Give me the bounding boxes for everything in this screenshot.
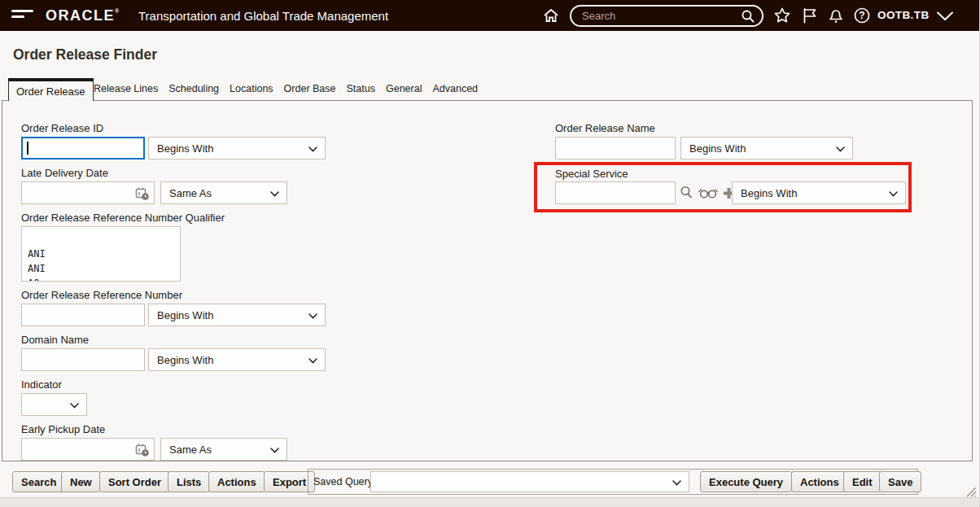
home-icon[interactable] bbox=[542, 7, 560, 24]
order-release-name-input[interactable] bbox=[555, 137, 676, 160]
late-delivery-date-input[interactable] bbox=[21, 181, 155, 204]
app-header: ORACLE® Transportation and Global Trade … bbox=[0, 0, 980, 31]
list-item[interactable]: ANI bbox=[22, 247, 180, 261]
ref-number-label: Order Release Reference Number bbox=[21, 289, 182, 301]
early-pickup-date-operator-select[interactable]: Same As bbox=[160, 438, 287, 461]
late-delivery-date-operator-select[interactable]: Same As bbox=[160, 181, 287, 204]
tab-general[interactable]: General bbox=[386, 83, 422, 94]
order-release-id-input[interactable] bbox=[21, 137, 145, 160]
chevron-down-icon bbox=[308, 313, 317, 319]
tab-status[interactable]: Status bbox=[347, 83, 375, 94]
list-item[interactable]: ANI bbox=[22, 261, 180, 276]
chevron-down-icon bbox=[889, 191, 898, 197]
order-release-id-label: Order Release ID bbox=[21, 122, 103, 134]
new-button[interactable]: New bbox=[61, 471, 101, 492]
early-pickup-date-label: Early Pickup Date bbox=[21, 423, 105, 435]
actions-right-button[interactable]: Actions bbox=[791, 471, 848, 492]
chevron-down-icon bbox=[70, 403, 79, 409]
global-search-input[interactable] bbox=[571, 10, 741, 22]
domain-name-operator-select[interactable]: Begins With bbox=[148, 348, 326, 371]
calendar-icon[interactable] bbox=[135, 186, 150, 201]
help-icon[interactable]: ? bbox=[853, 7, 871, 24]
calendar-icon[interactable] bbox=[135, 443, 150, 457]
lists-button[interactable]: Lists bbox=[168, 471, 210, 492]
lookup-search-icon[interactable] bbox=[680, 186, 693, 200]
chevron-down-icon bbox=[270, 191, 279, 197]
global-search bbox=[570, 5, 763, 27]
order-release-name-operator-select[interactable]: Begins With bbox=[680, 137, 853, 160]
tab-advanced[interactable]: Advanced bbox=[432, 83, 478, 94]
glossary-glasses-icon[interactable] bbox=[698, 188, 718, 199]
resize-grip[interactable] bbox=[963, 483, 977, 497]
early-pickup-date-input[interactable] bbox=[21, 438, 155, 461]
search-icon[interactable] bbox=[741, 9, 755, 24]
tab-locations[interactable]: Locations bbox=[230, 83, 273, 94]
notifications-bell-icon[interactable] bbox=[827, 7, 845, 24]
order-release-finder-window: ORACLE® Transportation and Global Trade … bbox=[0, 0, 980, 507]
indicator-select[interactable] bbox=[21, 393, 87, 416]
execute-query-button[interactable]: Execute Query bbox=[700, 471, 792, 492]
chevron-down-icon bbox=[270, 448, 279, 453]
domain-name-input[interactable] bbox=[21, 348, 145, 371]
favorites-star-icon[interactable] bbox=[773, 7, 791, 24]
save-button[interactable]: Save bbox=[879, 471, 921, 492]
search-button[interactable]: Search bbox=[12, 471, 65, 492]
menu-icon[interactable] bbox=[11, 10, 33, 21]
oracle-logo: ORACLE® bbox=[46, 7, 120, 24]
sort-order-button[interactable]: Sort Order bbox=[99, 471, 170, 492]
special-service-operator-select[interactable]: Begins With bbox=[732, 181, 906, 204]
ref-qualifier-listbox[interactable]: ANI ANI AO bbox=[21, 226, 181, 282]
order-release-id-operator-select[interactable]: Begins With bbox=[148, 137, 326, 160]
special-service-label: Special Service bbox=[555, 168, 628, 180]
tab-scheduling[interactable]: Scheduling bbox=[168, 83, 219, 94]
actions-button[interactable]: Actions bbox=[208, 471, 265, 492]
tab-order-base[interactable]: Order Base bbox=[284, 83, 336, 94]
ref-qualifier-label: Order Release Reference Number Qualifier bbox=[21, 212, 225, 224]
chevron-down-icon bbox=[836, 146, 845, 152]
tab-bar: Release Lines Scheduling Locations Order… bbox=[94, 83, 478, 94]
late-delivery-date-label: Late Delivery Date bbox=[21, 167, 108, 179]
tab-order-release[interactable]: Order Release bbox=[8, 78, 94, 101]
status-strip bbox=[0, 497, 980, 507]
special-service-input[interactable] bbox=[555, 181, 676, 204]
svg-text:?: ? bbox=[859, 10, 864, 21]
text-caret bbox=[27, 142, 28, 155]
list-item[interactable] bbox=[22, 232, 180, 247]
list-item[interactable]: AO bbox=[22, 276, 180, 282]
order-release-name-label: Order Release Name bbox=[555, 122, 655, 134]
saved-query-select[interactable] bbox=[370, 471, 689, 492]
domain-name-label: Domain Name bbox=[21, 334, 89, 346]
tab-release-lines[interactable]: Release Lines bbox=[94, 83, 158, 94]
ref-number-operator-select[interactable]: Begins With bbox=[148, 304, 326, 326]
edit-button[interactable]: Edit bbox=[843, 471, 882, 492]
user-menu[interactable]: OOTB.TB bbox=[877, 9, 930, 21]
page-title: Order Release Finder bbox=[13, 46, 157, 63]
chevron-down-icon bbox=[308, 146, 317, 152]
indicator-label: Indicator bbox=[21, 378, 62, 391]
saved-query-label: Saved Query: bbox=[313, 476, 375, 487]
app-title: Transportation and Global Trade Manageme… bbox=[138, 9, 388, 23]
chevron-down-icon bbox=[308, 358, 317, 364]
flag-icon[interactable] bbox=[801, 7, 819, 24]
user-menu-chevron-down-icon[interactable] bbox=[936, 11, 954, 21]
chevron-down-icon bbox=[672, 480, 681, 486]
ref-number-input[interactable] bbox=[21, 304, 145, 326]
